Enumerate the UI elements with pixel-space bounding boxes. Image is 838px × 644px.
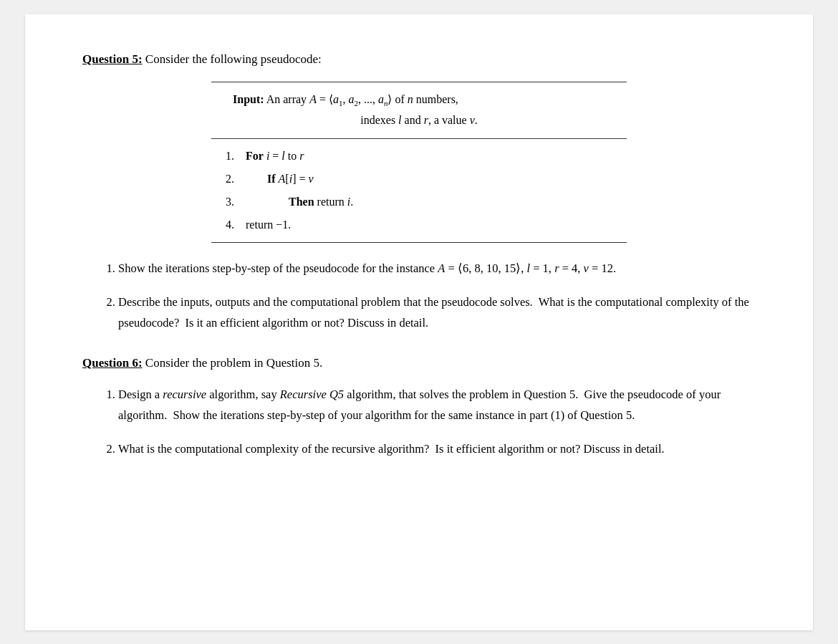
line4-num: 4. bbox=[226, 213, 246, 236]
pseudocode-line3: 3. Then return i. bbox=[226, 191, 612, 213]
question6-body: Design a recursive algorithm, say Recurs… bbox=[97, 385, 756, 460]
page: Question 5: Consider the following pseud… bbox=[25, 14, 813, 630]
line2-num: 2. bbox=[226, 168, 246, 191]
pseudocode-line2: 2. If A[i] = v bbox=[226, 168, 612, 191]
line3-num: 3. bbox=[226, 191, 246, 213]
input-label: Input: bbox=[233, 93, 264, 105]
line1-num: 1. bbox=[226, 145, 246, 168]
line2-content: If A[i] = v bbox=[246, 168, 314, 191]
question6-list: Design a recursive algorithm, say Recurs… bbox=[97, 385, 756, 460]
question6-header-text: Consider the problem in Question 5. bbox=[143, 356, 323, 370]
line1-content: For i = l to r bbox=[246, 145, 304, 168]
pseudocode-input-section: Input: An array A = ⟨a1, a2, ..., an⟩ of… bbox=[211, 82, 627, 140]
question6-header: Question 6: Consider the problem in Ques… bbox=[82, 354, 756, 373]
pseudocode-input-line2: indexes l and r, a value v. bbox=[226, 110, 612, 131]
pseudocode-body: 1. For i = l to r 2. If A[i] = v 3. Then… bbox=[211, 139, 627, 242]
pseudocode-box: Input: An array A = ⟨a1, a2, ..., an⟩ of… bbox=[211, 82, 627, 244]
question6-label: Question 6: bbox=[82, 356, 143, 370]
line3-content: Then return i. bbox=[246, 191, 353, 213]
pseudocode-line4: 4. return −1. bbox=[226, 213, 612, 236]
q6-sub1: Design a recursive algorithm, say Recurs… bbox=[118, 385, 756, 426]
q5-sub2: Describe the inputs, outputs and the com… bbox=[118, 292, 756, 334]
pseudocode-line1: 1. For i = l to r bbox=[226, 145, 612, 168]
question5-label: Question 5: bbox=[82, 52, 143, 66]
q6-sub2: What is the computational complexity of … bbox=[118, 439, 756, 460]
question5-header: Question 5: Consider the following pseud… bbox=[82, 50, 756, 69]
question5-list: Show the iterations step-by-step of the … bbox=[97, 259, 756, 334]
q5-sub1: Show the iterations step-by-step of the … bbox=[118, 259, 756, 279]
question5-body: Show the iterations step-by-step of the … bbox=[97, 259, 756, 334]
question5-header-text: Consider the following pseudocode: bbox=[143, 52, 322, 66]
input-array-text: An array A = ⟨a1, a2, ..., an⟩ of n numb… bbox=[266, 93, 458, 105]
pseudocode-input-line1: Input: An array A = ⟨a1, a2, ..., an⟩ of… bbox=[226, 90, 612, 111]
line4-content: return −1. bbox=[246, 213, 291, 236]
